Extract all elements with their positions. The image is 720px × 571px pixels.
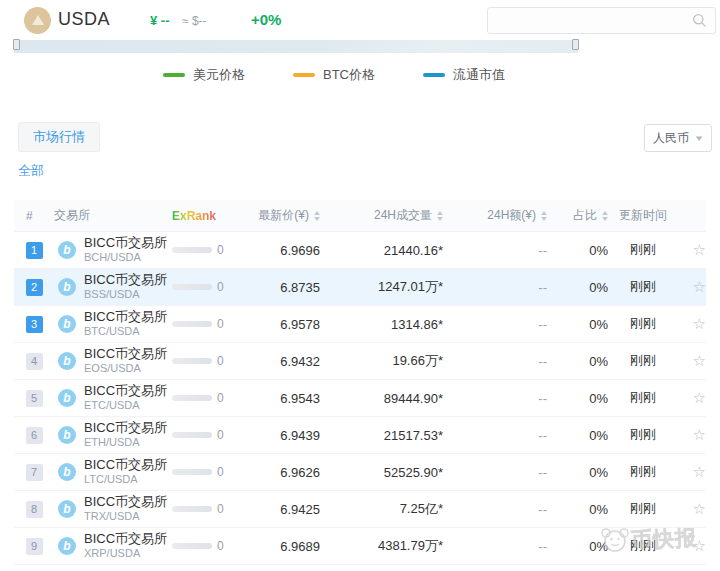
volume-cell: 21440.16* <box>320 243 443 258</box>
table-body: 1 b BICC币交易所 BCH/USDA 0 6.9696 21440.16*… <box>14 232 706 565</box>
tab-market-quotes[interactable]: 市场行情 <box>18 122 100 152</box>
table-row[interactable]: 5 b BICC币交易所 ETC/USDA 0 6.9543 89444.90*… <box>14 380 706 417</box>
trading-pair: BTC/USDA <box>84 325 167 339</box>
chart-legend: 美元价格 BTC价格 流通市值 <box>0 66 694 84</box>
amount-cell: -- <box>443 280 547 295</box>
exchange-name[interactable]: BICC币交易所 <box>84 420 167 436</box>
currency-selected-value: 人民币 <box>653 130 689 147</box>
tab-all-pairs[interactable]: 全部 <box>18 162 44 180</box>
table-row[interactable]: 3 b BICC币交易所 BTC/USDA 0 6.9578 1314.86* … <box>14 306 706 343</box>
updated-cell: 刚刚 <box>608 241 678 259</box>
price-cell: 6.9425 <box>232 502 320 517</box>
currency-select[interactable]: 人民币 ▼ <box>644 124 712 152</box>
rank-badge: 1 <box>26 242 43 259</box>
search-icon[interactable] <box>692 13 707 28</box>
table-row[interactable]: 7 b BICC币交易所 LTC/USDA 0 6.9626 52525.90*… <box>14 454 706 491</box>
exchange-logo-icon: b <box>58 389 76 407</box>
trading-pair: TRX/USDA <box>84 510 167 524</box>
exchange-logo-icon: b <box>58 500 76 518</box>
trading-pair: LTC/USDA <box>84 473 167 487</box>
column-price[interactable]: 最新价(¥) <box>232 207 320 224</box>
favorite-star-icon[interactable]: ☆ <box>693 426 706 443</box>
exchange-name[interactable]: BICC币交易所 <box>84 383 167 399</box>
table-row[interactable]: 1 b BICC币交易所 BCH/USDA 0 6.9696 21440.16*… <box>14 232 706 269</box>
favorite-star-icon[interactable]: ☆ <box>693 352 706 369</box>
legend-swatch-btc <box>293 73 315 77</box>
volume-cell: 4381.79万* <box>320 537 443 555</box>
favorite-star-icon[interactable]: ☆ <box>693 241 706 258</box>
volume-cell: 1314.86* <box>320 317 443 332</box>
updated-cell: 刚刚 <box>608 426 678 444</box>
volume-cell: 19.66万* <box>320 352 443 370</box>
updated-cell: 刚刚 <box>608 352 678 370</box>
amount-cell: -- <box>443 243 547 258</box>
exchange-name[interactable]: BICC币交易所 <box>84 531 167 547</box>
share-cell: 0% <box>547 317 608 332</box>
rank-badge: 8 <box>26 501 43 518</box>
price-change-percent: +0% <box>251 11 281 28</box>
price-cell: 6.9689 <box>232 539 320 554</box>
trading-pair: ETH/USDA <box>84 436 167 450</box>
column-share[interactable]: 占比 <box>547 207 608 224</box>
price-usd-approx: ≈ $-- <box>182 14 207 28</box>
price-cell: 6.9439 <box>232 428 320 443</box>
exchange-name[interactable]: BICC币交易所 <box>84 235 167 251</box>
amount-cell: -- <box>443 354 547 369</box>
exchange-name[interactable]: BICC币交易所 <box>84 346 167 362</box>
favorite-star-icon[interactable]: ☆ <box>693 315 706 332</box>
table-row[interactable]: 4 b BICC币交易所 EOS/USDA 0 6.9432 19.66万* -… <box>14 343 706 380</box>
table-row[interactable]: 6 b BICC币交易所 ETH/USDA 0 6.9439 21517.53*… <box>14 417 706 454</box>
column-rank: # <box>14 209 54 223</box>
share-cell: 0% <box>547 280 608 295</box>
slider-left-handle[interactable] <box>13 39 20 50</box>
table-row[interactable]: 9 b BICC币交易所 XRP/USDA 0 6.9689 4381.79万*… <box>14 528 706 565</box>
exrank-value: 0 <box>217 465 224 479</box>
favorite-star-icon[interactable]: ☆ <box>693 389 706 406</box>
amount-cell: -- <box>443 465 547 480</box>
rank-badge: 4 <box>26 353 43 370</box>
exrank-bar <box>172 284 212 290</box>
updated-cell: 刚刚 <box>608 500 678 518</box>
exchange-logo-icon: b <box>58 463 76 481</box>
column-volume[interactable]: 24H成交量 <box>320 207 443 224</box>
favorite-star-icon[interactable]: ☆ <box>693 537 706 554</box>
slider-right-handle[interactable] <box>572 39 579 50</box>
favorite-star-icon[interactable]: ☆ <box>693 500 706 517</box>
exrank-bar <box>172 469 212 475</box>
table-row[interactable]: 2 b BICC币交易所 BSS/USDA 0 6.8735 1247.01万*… <box>14 269 706 306</box>
legend-swatch-usd <box>163 73 185 77</box>
updated-cell: 刚刚 <box>608 537 678 555</box>
exrank-bar <box>172 358 212 364</box>
price-cell: 6.9578 <box>232 317 320 332</box>
legend-item[interactable]: 流通市值 <box>423 66 505 84</box>
exchange-logo-icon: b <box>58 315 76 333</box>
search-box[interactable] <box>487 7 716 34</box>
exchange-name[interactable]: BICC币交易所 <box>84 494 167 510</box>
rank-badge: 3 <box>26 316 43 333</box>
exchange-name[interactable]: BICC币交易所 <box>84 457 167 473</box>
exchange-logo-icon: b <box>58 426 76 444</box>
trading-pair: BCH/USDA <box>84 251 167 265</box>
exchange-name[interactable]: BICC币交易所 <box>84 272 167 288</box>
exrank-value: 0 <box>217 280 224 294</box>
search-input[interactable] <box>488 8 692 33</box>
column-amount[interactable]: 24H额(¥) <box>443 207 547 224</box>
exrank-value: 0 <box>217 243 224 257</box>
share-cell: 0% <box>547 465 608 480</box>
amount-cell: -- <box>443 391 547 406</box>
exrank-value: 0 <box>217 354 224 368</box>
amount-cell: -- <box>443 539 547 554</box>
exrank-bar <box>172 506 212 512</box>
chevron-down-icon: ▼ <box>693 134 704 143</box>
favorite-star-icon[interactable]: ☆ <box>693 463 706 480</box>
exrank-bar <box>172 321 212 327</box>
legend-item[interactable]: 美元价格 <box>163 66 245 84</box>
exchange-name[interactable]: BICC币交易所 <box>84 309 167 325</box>
chart-range-slider[interactable] <box>14 40 578 53</box>
legend-item[interactable]: BTC价格 <box>293 66 375 84</box>
favorite-star-icon[interactable]: ☆ <box>693 278 706 295</box>
rank-badge: 9 <box>26 538 43 555</box>
exrank-bar <box>172 395 212 401</box>
table-row[interactable]: 8 b BICC币交易所 TRX/USDA 0 6.9425 7.25亿* --… <box>14 491 706 528</box>
rank-badge: 2 <box>26 279 43 296</box>
